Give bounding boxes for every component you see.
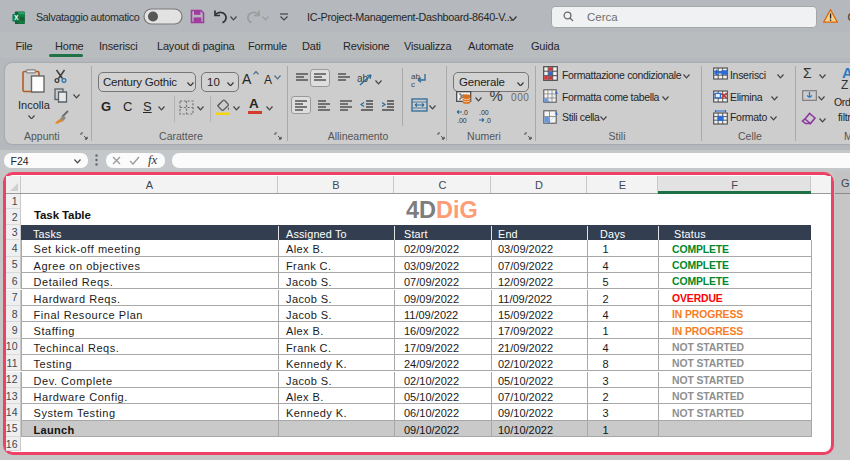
svg-text:.0: .0 — [462, 109, 468, 116]
svg-text:c: c — [411, 80, 415, 88]
svg-text:.0: .0 — [485, 117, 491, 124]
svg-text:.00: .00 — [479, 109, 489, 116]
svg-text:X: X — [13, 14, 18, 21]
svg-text:.00: .00 — [457, 117, 467, 124]
